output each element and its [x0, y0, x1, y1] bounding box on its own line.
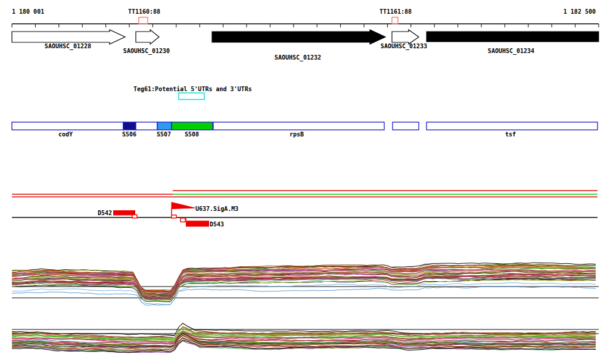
- segment-box-S508[interactable]: [172, 122, 213, 130]
- gene-arrow-SAOUHSC_01232[interactable]: [212, 30, 385, 44]
- utr-annotation-box[interactable]: [179, 93, 204, 99]
- tss-marker-box-1[interactable]: [392, 17, 398, 24]
- segment-label-tsf: tsf: [505, 131, 516, 138]
- marker-pennant-u637-siga-m3[interactable]: [172, 203, 195, 209]
- gene-box-SAOUHSC_01234[interactable]: [427, 32, 599, 42]
- shapes-layer: [12, 17, 599, 353]
- ruler-end-coordinate: 1 182 500: [564, 8, 596, 15]
- marker-position-square-d543[interactable]: [180, 218, 185, 222]
- coverage-panel-upper-series-outlier-1: [12, 287, 596, 306]
- segment-label-cody: codY: [58, 131, 73, 138]
- tss-marker-box-0[interactable]: [139, 17, 148, 24]
- segment-box-S507[interactable]: [157, 122, 172, 130]
- segment-label-s506: S506: [122, 131, 136, 138]
- segment-box-tsf[interactable]: [427, 122, 597, 130]
- gene-label-saouhsc-01232: SAOUHSC_01232: [275, 54, 321, 61]
- segment-box-gap-6[interactable]: [393, 122, 419, 130]
- marker-position-square-u637-siga-m3[interactable]: [172, 215, 176, 218]
- marker-position-square-d542[interactable]: [132, 215, 137, 219]
- coverage-panel-lower-series-3: [12, 327, 596, 338]
- marker-label-d543: D543: [210, 221, 224, 228]
- tss-label-tt1161: TT1161:88: [379, 8, 412, 15]
- gene-arrow-SAOUHSC_01228[interactable]: [12, 30, 125, 44]
- genome-browser-canvas: 1 180 001 1 182 500 TT1160:88 TT1161:88 …: [0, 0, 610, 364]
- marker-label-u637-siga-m3: U637.SigA.M3: [195, 206, 238, 212]
- tss-label-tt1160: TT1160:88: [128, 8, 160, 15]
- coverage-panel-upper-series-30: [12, 278, 596, 299]
- ruler-start-coordinate: 1 180 001: [12, 8, 44, 15]
- segment-box-rpsB[interactable]: [213, 122, 384, 130]
- segment-label-s508: S508: [185, 131, 199, 138]
- genome-browser: 1 180 001 1 182 500 TT1160:88 TT1161:88 …: [0, 0, 610, 364]
- gene-arrow-SAOUHSC_01233[interactable]: [392, 30, 419, 44]
- gene-label-saouhsc-01233: SAOUHSC_01233: [381, 43, 427, 50]
- coverage-panel-upper-series-32: [12, 278, 596, 300]
- gene-arrow-SAOUHSC_01230[interactable]: [136, 30, 159, 44]
- gene-label-saouhsc-01234: SAOUHSC_01234: [488, 48, 534, 55]
- marker-flag-d543[interactable]: [186, 221, 209, 227]
- gene-label-saouhsc-01230: SAOUHSC_01230: [123, 48, 170, 55]
- gene-label-saouhsc-01228: SAOUHSC_01228: [45, 43, 91, 50]
- segment-box-S506[interactable]: [123, 122, 136, 130]
- segment-label-rpsb: rpsB: [290, 131, 304, 138]
- utr-annotation-label: Teg61:Potential 5'UTRs and 3'UTRs: [133, 86, 252, 92]
- marker-label-d542: D542: [98, 210, 112, 216]
- segment-box-gap-2[interactable]: [136, 122, 157, 130]
- segment-label-s507: S507: [157, 131, 171, 138]
- segment-box-codY[interactable]: [12, 122, 123, 130]
